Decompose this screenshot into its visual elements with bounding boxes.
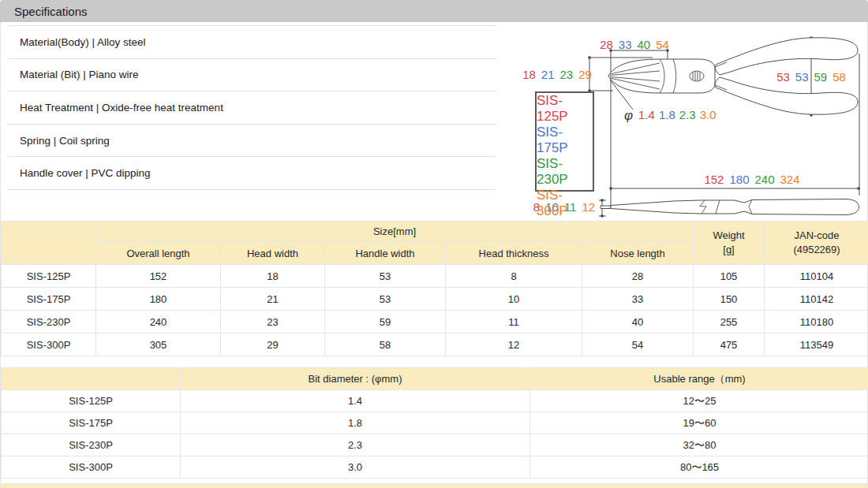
nose-length-sis175p: 33 (619, 39, 632, 51)
section-title: Specifications (14, 5, 88, 18)
cell: 305 (96, 333, 221, 356)
bit-diameter-sis175p: 1.8 (659, 108, 675, 124)
cell: 40 (582, 311, 694, 333)
spec-row: Spring | Coil spring (7, 125, 496, 158)
cell: 180 (96, 288, 221, 311)
cell: SIS-230P (2, 311, 96, 333)
handle-width-sis230p: 59 (814, 71, 828, 84)
cell: 54 (582, 333, 694, 356)
cell: SIS-125P (2, 265, 96, 288)
col-header-usable-range: Usable range（mm) (530, 368, 868, 390)
nose-length-sis300p: 54 (656, 39, 669, 51)
spec-text: Material (Bit) | Piano wire (20, 69, 139, 80)
col-header-overall-length: Overall length (96, 242, 221, 265)
head-width-sis230p: 23 (560, 69, 574, 81)
col-header-head-width: Head width (221, 242, 325, 265)
cell: 152 (96, 265, 221, 288)
bit-diameter-sis230p: 2.3 (679, 108, 696, 124)
cell: 150 (694, 288, 765, 311)
overall-length-sis125p: 152 (704, 173, 724, 186)
cell: 8 (446, 265, 582, 288)
cell: 255 (694, 311, 765, 333)
spec-text: Spring | Coil spring (20, 135, 110, 147)
overall-length-values: 152 180 240 324 (685, 173, 819, 186)
next-section-header-strip (1, 483, 867, 488)
col-header-handle-width: Handle width (325, 242, 446, 265)
table-row: SIS-300P 305 29 58 12 54 475 113549 (2, 333, 868, 356)
spec-row: Material(Body) | Alloy steel (7, 26, 496, 59)
overall-length-sis230p: 240 (755, 173, 775, 186)
bit-diameter-sis300p: 3.0 (700, 108, 716, 124)
cell: 23 (221, 311, 325, 333)
cell: 59 (325, 311, 446, 333)
cell: SIS-300P (2, 456, 181, 479)
cell: SIS-230P (2, 434, 181, 456)
cell: 2.3 (181, 434, 530, 456)
head-width-sis175p: 21 (541, 69, 555, 81)
table-row: SIS-125P 1.4 12〜25 (2, 390, 868, 412)
table-row: SIS-230P 2.3 32〜80 (2, 434, 868, 456)
nose-length-sis230p: 40 (638, 39, 651, 51)
handle-width-sis175p: 53 (795, 71, 809, 84)
col-header-head-thickness: Head thickness (446, 242, 582, 265)
weight-column-header: Weight [g] (694, 222, 765, 265)
legend-item-sis125p: SIS-125P (537, 93, 593, 125)
cell: 19〜60 (530, 412, 868, 434)
cell: 240 (96, 311, 221, 333)
size-table-header-row-1: Size[mm] Weight [g] JAN-code (4952269) (2, 222, 868, 242)
col-header-bit-diameter: Bit diameter : (φmm) (181, 368, 530, 390)
size-table: Size[mm] Weight [g] JAN-code (4952269) O… (1, 221, 868, 356)
model-column-header (2, 368, 181, 390)
col-header-nose-length: Nose length (582, 242, 694, 265)
handle-width-values: 53 53 59 58 (764, 71, 859, 84)
cell: 10 (446, 288, 582, 311)
nose-length-sis125p: 28 (600, 39, 613, 51)
head-width-sis300p: 29 (578, 69, 592, 81)
spec-row: Handle cover | PVC dipping (7, 157, 496, 190)
phi-symbol: φ (624, 108, 633, 124)
cell: 110142 (765, 288, 868, 311)
cell: 80〜165 (530, 456, 868, 479)
cell: 12 (446, 333, 582, 356)
cell: 21 (221, 288, 325, 311)
cell: 12〜25 (530, 390, 868, 412)
head-width-sis125p: 18 (522, 69, 536, 81)
jan-code-column-header: JAN-code (4952269) (765, 222, 868, 265)
spec-and-diagram-row: Material(Body) | Alloy steel Material (B… (1, 22, 867, 221)
cell: 29 (221, 333, 325, 356)
cell: 110180 (765, 311, 868, 333)
legend-item-sis230p: SIS-230P (537, 156, 593, 188)
model-column-header (2, 222, 96, 265)
cell: 53 (325, 288, 446, 311)
size-group-header: Size[mm] (96, 222, 694, 242)
cell: SIS-125P (2, 390, 181, 412)
cell: 105 (694, 265, 765, 288)
cell: SIS-175P (2, 288, 96, 311)
spec-list: Material(Body) | Alloy steel Material (B… (7, 25, 496, 190)
cell: 53 (325, 265, 446, 288)
spec-row: Material (Bit) | Piano wire (7, 59, 496, 92)
bit-diameter-values: φ 1.4 1.8 2.3 3.0 (624, 108, 716, 124)
legend-item-sis175p: SIS-175P (537, 125, 593, 156)
legend-item-sis300p: SIS-300P (537, 188, 593, 219)
overall-length-sis300p: 324 (780, 173, 800, 186)
spec-text: Material(Body) | Alloy steel (20, 36, 146, 48)
dimension-diagram: 28 33 40 54 18 21 23 29 53 53 59 58 (498, 24, 868, 219)
nose-length-values: 28 33 40 54 (599, 39, 670, 51)
table-row: SIS-300P 3.0 80〜165 (2, 456, 868, 479)
cell: 28 (582, 265, 694, 288)
table-row: SIS-230P 240 23 59 11 40 255 110180 (2, 311, 868, 333)
handle-width-sis125p: 53 (776, 71, 790, 84)
cell: 18 (221, 265, 325, 288)
specifications-panel: Specifications Material(Body) | Alloy st… (0, 0, 868, 488)
cell: 33 (582, 288, 694, 311)
model-color-legend: SIS-125P SIS-175P SIS-230P SIS-300P (535, 91, 594, 192)
cell: 113549 (765, 333, 868, 356)
cell: 1.8 (181, 412, 530, 434)
bit-range-table: Bit diameter : (φmm) Usable range（mm) SI… (1, 367, 868, 479)
head-width-values: 18 21 23 29 (518, 69, 597, 81)
table-row: SIS-175P 180 21 53 10 33 150 110142 (2, 288, 868, 311)
cell: 475 (694, 333, 765, 356)
specifications-card: Material(Body) | Alloy steel Material (B… (0, 22, 868, 488)
cell: SIS-300P (2, 333, 96, 356)
